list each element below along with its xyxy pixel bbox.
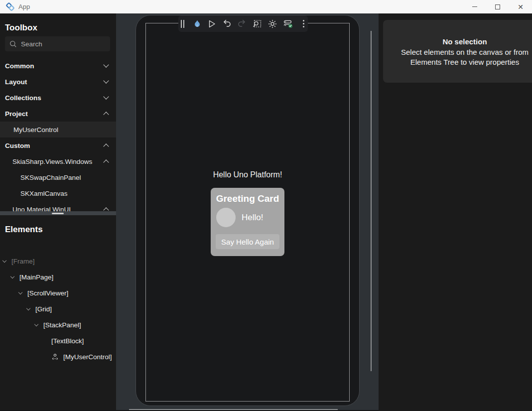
tree-item-frame[interactable]: [Frame] — [0, 253, 116, 269]
toolbox-item-skxamlcanvas[interactable]: SKXamlCanvas — [0, 185, 116, 201]
minimize-button[interactable] — [463, 0, 486, 13]
chevron-down-icon — [103, 62, 109, 67]
toolbox-title: Toolbox — [0, 13, 116, 33]
search-input[interactable] — [21, 40, 101, 48]
app-logo-icon — [6, 2, 14, 11]
toolbox-panel: Toolbox Common Layout Collections Projec… — [0, 13, 116, 211]
no-selection-card: No selection Select elements on the canv… — [383, 20, 532, 83]
undo-button[interactable] — [223, 18, 231, 29]
greeting-card[interactable]: Greeting Card Hello! Say Hello Again — [211, 188, 284, 256]
user-control-icon — [52, 354, 58, 360]
elements-panel: Elements [Frame] [MainPage] [ScrollViewe… — [0, 215, 116, 411]
toolbox-group-skiasharp[interactable]: SkiaSharp.Views.Windows — [0, 153, 116, 169]
toolbox-search[interactable] — [5, 36, 110, 51]
no-selection-message: Select elements on the canvas or from El… — [396, 47, 532, 67]
avatar[interactable] — [216, 208, 236, 227]
chevron-up-icon — [103, 159, 109, 165]
element-picker-button[interactable] — [253, 18, 262, 29]
chevron-down-icon — [103, 78, 109, 83]
minimize-icon — [472, 6, 477, 7]
say-hello-again-button[interactable]: Say Hello Again — [216, 234, 279, 249]
elements-title: Elements — [0, 215, 116, 235]
more-options-button[interactable] — [299, 18, 308, 29]
element-picker-icon — [253, 19, 262, 28]
chevron-down-icon — [34, 322, 38, 326]
window-controls: ✕ — [463, 0, 532, 13]
play-icon — [208, 20, 216, 28]
theme-toggle-button[interactable] — [268, 18, 277, 29]
toolbox-item-myusercontrol[interactable]: MyUserControl — [0, 122, 116, 137]
hot-reload-button[interactable] — [193, 18, 202, 29]
toolbox-item-skswapchainpanel[interactable]: SKSwapChainPanel — [0, 169, 116, 185]
toolbar-drag-handle[interactable] — [178, 18, 187, 29]
canvas-textblock[interactable]: Hello Uno Platform! — [145, 170, 350, 179]
chevron-down-icon — [2, 259, 6, 263]
tree-item-scrollviewer[interactable]: [ScrollViewer] — [0, 285, 116, 301]
splitter-grip-icon — [52, 213, 64, 214]
tree-item-grid[interactable]: [Grid] — [0, 301, 116, 317]
panel-splitter[interactable] — [0, 211, 116, 215]
drag-handle-icon — [181, 20, 184, 28]
greeting-card-title[interactable]: Greeting Card — [211, 188, 284, 204]
chevron-down-icon — [10, 274, 14, 278]
toolbox-section-custom[interactable]: Custom — [0, 137, 116, 153]
redo-icon — [238, 19, 246, 28]
properties-panel: No selection Select elements on the canv… — [379, 13, 532, 411]
greeting-message[interactable]: Hello! — [242, 213, 263, 223]
chevron-up-icon — [103, 207, 109, 211]
chevron-down-icon — [26, 306, 30, 310]
close-button[interactable]: ✕ — [509, 0, 532, 13]
runtime-checks-button[interactable] — [283, 18, 293, 29]
search-icon — [9, 40, 17, 48]
toolbox-section-layout[interactable]: Layout — [0, 74, 116, 90]
kebab-menu-icon — [303, 20, 304, 27]
redo-button[interactable] — [238, 18, 246, 29]
tree-item-textblock[interactable]: [TextBlock] — [0, 333, 116, 349]
maximize-button[interactable] — [486, 0, 509, 13]
undo-icon — [223, 19, 231, 28]
left-sidebar: Toolbox Common Layout Collections Projec… — [0, 13, 116, 411]
window-title: App — [18, 3, 30, 10]
toolbox-section-project[interactable]: Project — [0, 106, 116, 122]
runtime-checks-icon — [283, 19, 293, 28]
tree-item-mainpage[interactable]: [MainPage] — [0, 269, 116, 285]
maximize-icon — [495, 4, 500, 9]
tree-item-myusercontrol[interactable]: [MyUserControl] — [0, 349, 116, 365]
chevron-down-icon — [18, 290, 22, 294]
no-selection-title: No selection — [383, 37, 532, 46]
chevron-up-icon — [103, 143, 109, 149]
vertical-scrollbar[interactable] — [371, 31, 372, 371]
toolbox-section-collections[interactable]: Collections — [0, 90, 116, 106]
chevron-up-icon — [103, 112, 109, 117]
titlebar: App ✕ — [0, 0, 532, 13]
play-button[interactable] — [208, 18, 217, 29]
close-icon: ✕ — [518, 3, 524, 10]
hot-reload-flame-icon — [193, 19, 201, 28]
chevron-down-icon — [103, 94, 109, 99]
sun-icon — [268, 19, 277, 28]
tree-item-stackpanel[interactable]: [StackPanel] — [0, 317, 116, 333]
toolbox-section-common[interactable]: Common — [0, 58, 116, 74]
toolbox-group-uno-material[interactable]: Uno Material WinUI — [0, 201, 116, 211]
designer-toolbar — [178, 15, 308, 32]
